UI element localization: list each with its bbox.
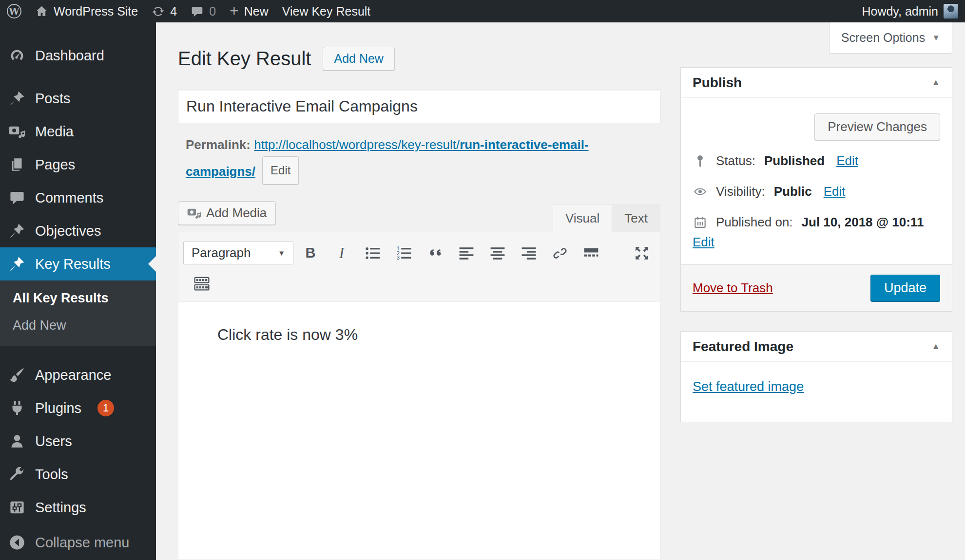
align-center-button[interactable] (487, 242, 508, 264)
active-item-arrow (148, 256, 156, 272)
new-content-menu[interactable]: + New (223, 0, 275, 22)
fullscreen-button[interactable] (631, 242, 653, 264)
blockquote-button[interactable] (425, 242, 446, 264)
edit-permalink-button[interactable]: Edit (262, 156, 299, 185)
sidebar-item-objectives[interactable]: Objectives (0, 214, 156, 247)
visibility-value: Public (774, 184, 812, 199)
user-icon (8, 433, 26, 449)
collapse-toggle-icon[interactable]: ▲ (931, 341, 940, 352)
publish-actions: Move to Trash Update (681, 264, 952, 311)
move-to-trash-link[interactable]: Move to Trash (693, 280, 773, 296)
sidebar-item-key-results[interactable]: Key Results (0, 247, 156, 280)
plugins-update-badge: 1 (97, 400, 114, 416)
edit-published-date-link[interactable]: Edit (693, 235, 940, 250)
preview-changes-button[interactable]: Preview Changes (814, 113, 940, 140)
new-label: New (244, 4, 269, 19)
editor-tools-row: Add Media Visual Text (178, 201, 660, 232)
screen-options-tab[interactable]: Screen Options ▼ (829, 22, 952, 54)
align-left-button[interactable] (456, 242, 477, 264)
pushpin-icon (8, 223, 26, 239)
chevron-down-icon: ▼ (932, 33, 940, 43)
admin-sidebar: Dashboard Posts Media Pages Comments O (0, 22, 156, 560)
edit-status-link[interactable]: Edit (836, 153, 858, 168)
published-on-row: Published on: Jul 10, 2018 @ 10:11 (693, 215, 940, 230)
read-more-button[interactable] (580, 242, 602, 264)
admin-bar: W WordPress Site 4 0 + New View Key Resu… (0, 0, 965, 22)
pushpin-icon (8, 90, 26, 107)
sidebar-item-label: Comments (35, 190, 103, 206)
comment-icon (8, 189, 26, 206)
align-right-button[interactable] (518, 242, 540, 264)
pages-icon (8, 156, 26, 173)
tab-visual[interactable]: Visual (553, 205, 612, 232)
sidebar-item-appearance[interactable]: Appearance (0, 358, 156, 392)
featured-image-header: Featured Image ▲ (681, 332, 952, 362)
published-on-value: Jul 10, 2018 @ 10:11 (802, 215, 924, 230)
sidebar-item-users[interactable]: Users (0, 425, 156, 458)
insert-link-button[interactable] (549, 242, 571, 264)
home-icon (35, 5, 48, 18)
collapse-menu-button[interactable]: Collapse menu (0, 526, 156, 559)
edit-visibility-link[interactable]: Edit (824, 184, 846, 199)
editor-content-area[interactable]: Click rate is now 3% (178, 302, 660, 367)
toolbar-toggle-button[interactable] (191, 272, 212, 295)
my-account-menu[interactable]: Howdy, admin (855, 0, 965, 22)
paintbrush-icon (8, 367, 26, 383)
dashboard-icon (8, 47, 26, 64)
page-title: Edit Key Result (178, 48, 311, 70)
submenu-item-all-key-results[interactable]: All Key Results (0, 284, 156, 312)
permalink-row: Permalink: http://localhost/wordpress/ke… (186, 133, 639, 185)
bold-button[interactable]: B (300, 242, 321, 264)
status-value: Published (764, 153, 825, 168)
sidebar-item-posts[interactable]: Posts (0, 82, 156, 115)
add-media-button[interactable]: Add Media (178, 201, 276, 225)
media-icon (187, 206, 201, 220)
sidebar-item-label: Pages (35, 157, 75, 173)
italic-button[interactable]: I (331, 242, 352, 264)
collapse-toggle-icon[interactable]: ▲ (931, 77, 940, 88)
paragraph-format-select[interactable]: Paragraph ▼ (183, 242, 293, 264)
sidebar-item-dashboard[interactable]: Dashboard (0, 39, 156, 72)
publish-title: Publish (693, 75, 742, 91)
updates-menu[interactable]: 4 (145, 0, 184, 22)
screen-options-label: Screen Options (841, 31, 925, 45)
collapse-menu-label: Collapse menu (35, 535, 129, 551)
site-name-menu[interactable]: WordPress Site (28, 0, 145, 22)
updates-count: 4 (170, 4, 177, 19)
media-icon (8, 123, 26, 140)
publish-header: Publish ▲ (681, 68, 952, 98)
plus-icon: + (230, 3, 239, 19)
sidebar-item-label: Plugins (35, 400, 81, 416)
bulleted-list-button[interactable] (362, 242, 384, 264)
sidebar-item-comments[interactable]: Comments (0, 181, 156, 214)
numbered-list-button[interactable] (393, 242, 415, 264)
add-new-button[interactable]: Add New (323, 47, 394, 71)
sidebar-item-media[interactable]: Media (0, 115, 156, 148)
wp-logo-menu[interactable]: W (0, 0, 28, 22)
permalink-base: http://localhost/wordpress/key-result/ (254, 137, 460, 152)
sidebar-item-label: Users (35, 433, 72, 449)
set-featured-image-link[interactable]: Set featured image (693, 379, 804, 394)
tab-text[interactable]: Text (612, 205, 660, 232)
featured-image-title: Featured Image (693, 339, 793, 355)
status-label: Status: (716, 153, 755, 168)
view-key-result-link[interactable]: View Key Result (275, 0, 378, 22)
wordpress-admin-screen: W WordPress Site 4 0 + New View Key Resu… (0, 0, 965, 560)
comments-menu[interactable]: 0 (184, 0, 223, 22)
sidebar-item-tools[interactable]: Tools (0, 458, 156, 491)
sidebar-item-pages[interactable]: Pages (0, 148, 156, 181)
add-media-label: Add Media (206, 205, 267, 221)
editor-mode-tabs: Visual Text (553, 205, 660, 232)
published-on-label: Published on: (716, 215, 793, 230)
sidebar-item-label: Tools (35, 467, 68, 483)
eye-icon (693, 185, 707, 199)
submenu-item-add-new[interactable]: Add New (0, 312, 156, 339)
sidebar-item-settings[interactable]: Settings (0, 491, 156, 524)
featured-image-metabox: Featured Image ▲ Set featured image (680, 331, 952, 422)
sidebar-item-label: Media (35, 124, 74, 140)
post-title-input[interactable] (178, 90, 660, 123)
sidebar-item-plugins[interactable]: Plugins 1 (0, 392, 156, 425)
sidebar-item-label: Appearance (35, 367, 111, 383)
permalink-label: Permalink: (186, 137, 251, 152)
update-button[interactable]: Update (870, 275, 940, 301)
